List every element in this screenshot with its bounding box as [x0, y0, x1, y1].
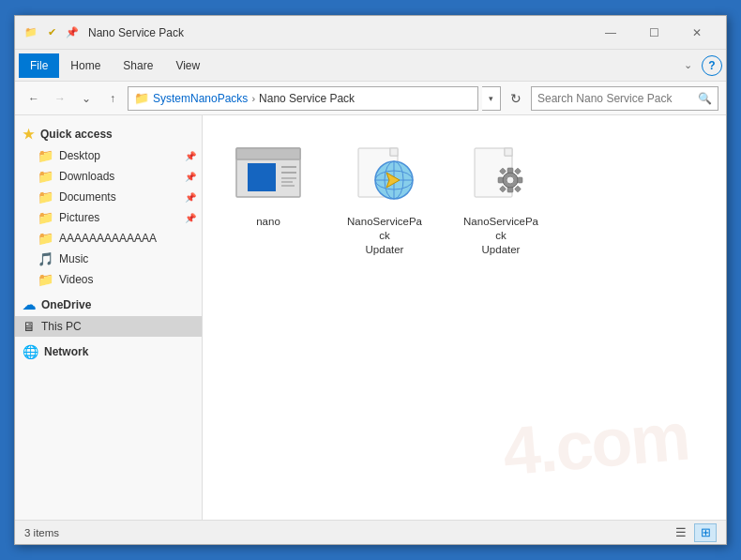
network-label: Network — [44, 345, 88, 358]
star-icon: ★ — [23, 127, 35, 142]
breadcrumb-parent[interactable]: SystemNanoPacks — [153, 92, 248, 105]
item-count: 3 items — [24, 527, 59, 538]
svg-rect-24 — [514, 168, 521, 174]
svg-rect-2 — [248, 163, 276, 191]
breadcrumb-separator: › — [251, 93, 255, 104]
svg-rect-26 — [514, 186, 521, 192]
pictures-label: Pictures — [59, 211, 99, 224]
videos-folder-icon: 📁 — [38, 272, 53, 287]
search-input[interactable] — [537, 92, 698, 105]
svg-rect-22 — [518, 177, 522, 183]
sidebar-item-documents[interactable]: 📁 Documents 📌 — [15, 187, 202, 207]
sidebar-item-videos[interactable]: 📁 Videos — [15, 269, 202, 290]
address-dropdown-button[interactable]: ▾ — [482, 86, 501, 111]
file-item-updater-globe[interactable]: NanoServicePackUpdater — [338, 134, 431, 265]
help-button[interactable]: ? — [702, 55, 722, 76]
status-bar: 3 items ☰ ⊞ — [15, 520, 726, 544]
updater-gear-icon — [467, 142, 535, 209]
sidebar-item-desktop[interactable]: 📁 Desktop 📌 — [15, 145, 202, 166]
sidebar-network[interactable]: 🌐 Network — [15, 341, 202, 363]
nano-file-icon — [234, 142, 302, 209]
menu-right: ⌄ ? — [678, 55, 722, 76]
desktop-label: Desktop — [59, 149, 100, 162]
pictures-folder-icon: 📁 — [38, 210, 53, 225]
documents-folder-icon: 📁 — [38, 189, 53, 204]
list-view-button[interactable]: ☰ — [670, 523, 692, 542]
address-bar: ← → ⌄ ↑ 📁 SystemNanoPacks › Nano Service… — [15, 82, 726, 115]
onedrive-icon: ☁ — [23, 297, 36, 312]
back-button[interactable]: ← — [23, 87, 45, 110]
sidebar-item-pictures[interactable]: 📁 Pictures 📌 — [15, 207, 202, 228]
updater-globe-icon — [351, 142, 418, 209]
menu-view[interactable]: View — [164, 53, 211, 78]
svg-rect-1 — [236, 148, 300, 159]
this-pc-label: This PC — [41, 320, 82, 333]
check-icon: ✔ — [43, 24, 60, 41]
title-bar: 📁 ✔ 📌 Nano Service Pack — ☐ ✕ — [15, 16, 726, 50]
svg-rect-23 — [498, 177, 503, 183]
sidebar: ★ Quick access 📁 Desktop 📌 📁 Downloads 📌… — [15, 115, 203, 520]
window-title: Nano Service Pack — [88, 26, 589, 39]
svg-rect-17 — [505, 148, 512, 156]
updater-globe-name: NanoServicePackUpdater — [345, 215, 424, 257]
watermark: 4.com — [500, 398, 691, 491]
computer-icon: 🖥 — [23, 319, 36, 334]
quick-access-header[interactable]: ★ Quick access — [15, 123, 202, 145]
documents-pin-icon: 📌 — [185, 192, 196, 203]
svg-point-19 — [507, 176, 514, 184]
icon-view-button[interactable]: ⊞ — [694, 523, 717, 542]
sidebar-item-downloads[interactable]: 📁 Downloads 📌 — [15, 166, 202, 187]
search-box: 🔍 — [531, 86, 718, 111]
window-controls: — ☐ ✕ — [589, 19, 718, 47]
pin-icon: 📌 — [64, 24, 81, 41]
desktop-pin-icon: 📌 — [185, 151, 196, 161]
aaaa-folder-icon: 📁 — [38, 231, 53, 246]
quick-access-label: Quick access — [40, 128, 113, 141]
sidebar-item-this-pc[interactable]: 🖥 This PC — [15, 316, 202, 337]
refresh-button[interactable]: ↻ — [505, 87, 527, 110]
svg-rect-9 — [390, 148, 398, 156]
menu-home[interactable]: Home — [59, 53, 112, 78]
breadcrumb-folder-icon: 📁 — [134, 91, 149, 105]
downloads-pin-icon: 📌 — [185, 172, 196, 182]
desktop-folder-icon: 📁 — [38, 148, 53, 163]
downloads-folder-icon: 📁 — [38, 169, 53, 184]
svg-rect-20 — [507, 168, 513, 173]
close-button[interactable]: ✕ — [675, 19, 718, 47]
svg-rect-21 — [507, 188, 513, 192]
file-item-updater-gear[interactable]: NanoServicePackUpdater — [454, 134, 548, 265]
pictures-pin-icon: 📌 — [185, 213, 196, 223]
menu-file[interactable]: File — [19, 53, 59, 78]
downloads-label: Downloads — [59, 170, 114, 183]
menu-chevron-icon[interactable]: ⌄ — [678, 55, 698, 75]
content-area: ★ Quick access 📁 Desktop 📌 📁 Downloads 📌… — [15, 115, 726, 520]
forward-button[interactable]: → — [49, 87, 71, 110]
nano-file-name: nano — [256, 215, 280, 229]
view-toggle: ☰ ⊞ — [670, 523, 717, 542]
videos-label: Videos — [59, 273, 93, 286]
folder-icon-sm: 📁 — [23, 24, 39, 41]
search-icon[interactable]: 🔍 — [698, 92, 712, 105]
menu-bar: File Home Share View ⌄ ? — [15, 50, 726, 82]
sidebar-item-music[interactable]: 🎵 Music — [15, 249, 202, 269]
recent-button[interactable]: ⌄ — [75, 87, 98, 110]
documents-label: Documents — [59, 190, 116, 204]
music-label: Music — [59, 252, 88, 265]
minimize-button[interactable]: — — [589, 19, 632, 47]
network-icon: 🌐 — [23, 344, 38, 359]
updater-gear-name: NanoServicePackUpdater — [461, 215, 540, 257]
file-item-nano[interactable]: nano — [221, 134, 315, 236]
title-bar-icons: 📁 ✔ 📌 — [23, 24, 81, 41]
maximize-button[interactable]: ☐ — [632, 19, 675, 47]
sidebar-onedrive[interactable]: ☁ OneDrive — [15, 294, 202, 316]
explorer-window: 📁 ✔ 📌 Nano Service Pack — ☐ ✕ File Home … — [14, 15, 727, 545]
breadcrumb-bar: 📁 SystemNanoPacks › Nano Service Pack — [128, 86, 478, 111]
breadcrumb-current: Nano Service Pack — [259, 92, 355, 105]
music-folder-icon: 🎵 — [38, 251, 53, 266]
onedrive-label: OneDrive — [41, 298, 91, 311]
menu-share[interactable]: Share — [112, 53, 164, 78]
main-content: 4.com — [203, 115, 726, 520]
aaaa-label: AAAAAAAAAAAAA — [59, 232, 157, 245]
sidebar-item-aaaa[interactable]: 📁 AAAAAAAAAAAAA — [15, 228, 202, 249]
up-button[interactable]: ↑ — [101, 87, 124, 110]
